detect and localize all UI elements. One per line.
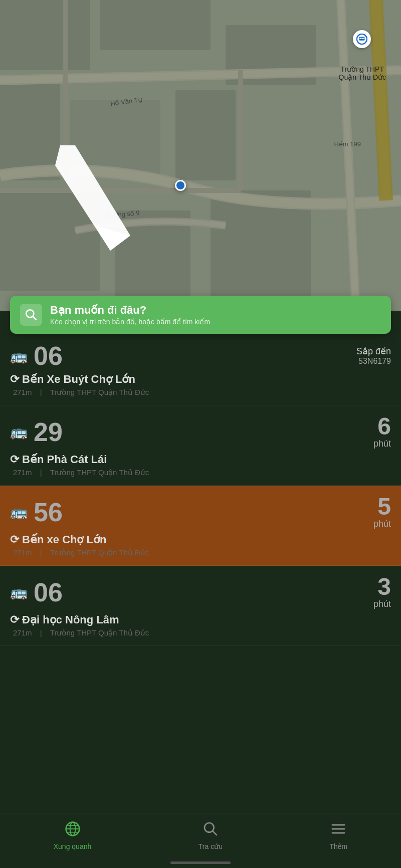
minutes-3: 5 [373, 495, 391, 519]
minutes-label-2: phút [373, 439, 391, 449]
bus-route-item-2[interactable]: 🚌 29 6 phút ⟳ Bến Phà Cát Lái 271m | Trư… [0, 405, 401, 486]
nav-item-tra-cuu[interactable]: Tra cứu [198, 821, 223, 850]
map-school-label: Trường THPT Quận Thủ Đức [339, 65, 386, 81]
search-bar[interactable]: Bạn muốn đi đâu? Kéo chọn vị trí trên bả… [10, 296, 391, 334]
bus-arrival-3: 5 phút [373, 495, 391, 529]
search-nav-icon [203, 821, 219, 840]
bus-arrival-2: 6 phút [373, 414, 391, 449]
bus-route-item-4[interactable]: 🚌 06 3 phút ⟳ Đại học Nông Lâm 271m | Tr… [0, 566, 401, 646]
minutes-4: 3 [373, 575, 391, 599]
map-road-label-2: Hẻm 199 [334, 140, 361, 148]
location-dot [175, 180, 186, 191]
search-subtitle: Kéo chọn vị trí trên bản đồ, hoặc bấm để… [50, 318, 381, 326]
bus-destination-1: ⟳ Bến Xe Buýt Chợ Lớn [10, 373, 391, 386]
bus-icon-2: 🚌 [10, 423, 28, 440]
nav-label-xung-quanh: Xung quanh [54, 842, 92, 850]
bus-destination-2: ⟳ Bến Phà Cát Lái [10, 453, 391, 466]
bus-route-item-3[interactable]: 🚌 56 5 phút ⟳ Bến xe Chợ Lớn 271m | Trườ… [0, 486, 401, 566]
bus-icon-3: 🚌 [10, 504, 28, 520]
bus-icon-4: 🚌 [10, 584, 28, 600]
bus-stop-info-3: 271m | Trường THPT Quận Thủ Đức [10, 548, 391, 557]
arrival-id-1: 53N6179 [356, 357, 391, 366]
bus-stop-info-4: 271m | Trường THPT Quận Thủ Đức [10, 628, 391, 637]
nav-item-them[interactable]: Thêm [329, 821, 347, 850]
bus-destination-3: ⟳ Bến xe Chợ Lớn [10, 533, 391, 546]
bus-number-4: 06 [34, 579, 63, 605]
minutes-label-3: phút [373, 519, 391, 529]
globe-icon [65, 821, 81, 840]
map-view[interactable]: Trường THPT Quận Thủ Đức Hồ Văn Tự Hẻm 1… [0, 0, 401, 311]
bus-icon-1: 🚌 [10, 348, 28, 364]
map-bus-stop-icon[interactable] [353, 30, 371, 48]
bus-route-item-1[interactable]: 🚌 06 Sắp đến 53N6179 ⟳ Bến Xe Buýt Chợ L… [0, 334, 401, 405]
bus-list: 🚌 06 Sắp đến 53N6179 ⟳ Bến Xe Buýt Chợ L… [0, 334, 401, 868]
search-text-block: Bạn muốn đi đâu? Kéo chọn vị trí trên bả… [50, 304, 381, 326]
bus-stop-info-1: 271m | Trường THPT Quận Thủ Đức [10, 388, 391, 397]
bus-destination-4: ⟳ Đại học Nông Lâm [10, 613, 391, 626]
nav-item-xung-quanh[interactable]: Xung quanh [54, 821, 92, 850]
nav-label-tra-cuu: Tra cứu [198, 842, 223, 850]
minutes-label-4: phút [373, 599, 391, 609]
nav-label-them: Thêm [329, 842, 347, 850]
arrow-pointer [50, 145, 130, 266]
arrival-label-1: Sắp đến [356, 346, 391, 357]
search-title: Bạn muốn đi đâu? [50, 304, 381, 317]
search-icon [25, 308, 38, 321]
bus-arrival-4: 3 phút [373, 575, 391, 609]
bus-number-2: 29 [34, 419, 63, 445]
bus-number-1: 06 [34, 343, 63, 369]
menu-icon [330, 821, 346, 840]
minutes-2: 6 [373, 414, 391, 439]
bus-arrival-1: Sắp đến 53N6179 [356, 346, 391, 366]
svg-line-27 [33, 317, 36, 320]
bus-number-3: 56 [34, 499, 63, 525]
svg-line-34 [213, 831, 217, 835]
search-icon-wrap [20, 304, 42, 326]
bus-stop-info-2: 271m | Trường THPT Quận Thủ Đức [10, 468, 391, 477]
bottom-nav: Xung quanh Tra cứu Thêm [0, 813, 401, 868]
home-indicator [170, 861, 231, 864]
